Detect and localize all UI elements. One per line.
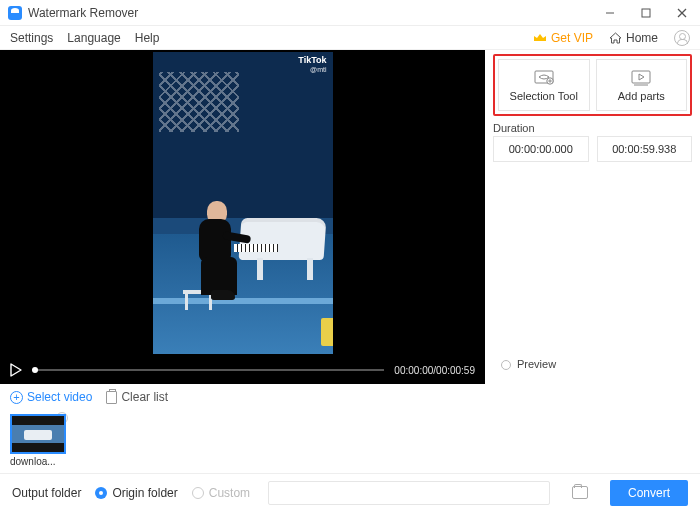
menu-help[interactable]: Help	[135, 31, 160, 45]
select-video-label: Select video	[27, 390, 92, 404]
side-panel: Selection Tool Add parts Duration 00:00:…	[485, 50, 700, 384]
select-video-button[interactable]: + Select video	[10, 390, 92, 404]
titlebar: Watermark Remover	[0, 0, 700, 26]
menu-language[interactable]: Language	[67, 31, 120, 45]
duration-end-field[interactable]: 00:00:59.938	[597, 136, 693, 162]
add-parts-label: Add parts	[618, 90, 665, 102]
duration-start-field[interactable]: 00:00:00.000	[493, 136, 589, 162]
selection-tool-label: Selection Tool	[510, 90, 578, 102]
video-pane: TikTok @mti 00:00:00/00:00:59	[0, 50, 485, 384]
footer-bar: Output folder Origin folder Custom Conve…	[0, 473, 700, 511]
add-parts-icon	[630, 69, 652, 87]
file-actions-row: + Select video Clear list	[0, 384, 700, 410]
plus-circle-icon: +	[10, 391, 23, 404]
custom-folder-label: Custom	[209, 486, 250, 500]
browse-folder-button[interactable]	[572, 486, 588, 499]
profile-icon[interactable]	[674, 30, 690, 46]
duration-row: 00:00:00.000 00:00:59.938	[493, 136, 692, 162]
menu-settings[interactable]: Settings	[10, 31, 53, 45]
video-thumbnail[interactable]: × downloa...	[10, 414, 66, 476]
preview-label: Preview	[517, 358, 556, 370]
origin-folder-option[interactable]: Origin folder	[95, 486, 177, 500]
video-stage[interactable]: TikTok @mti	[0, 50, 485, 356]
preview-radio-icon	[501, 360, 511, 370]
radio-checked-icon	[95, 487, 107, 499]
thumbnail-filename: downloa...	[10, 456, 66, 467]
output-path-field[interactable]	[268, 481, 550, 505]
crown-icon	[533, 33, 547, 43]
minimize-button[interactable]	[592, 0, 628, 26]
selection-tool-button[interactable]: Selection Tool	[498, 59, 590, 111]
custom-folder-option[interactable]: Custom	[192, 486, 250, 500]
maximize-button[interactable]	[628, 0, 664, 26]
player-bar: 00:00:00/00:00:59	[0, 356, 485, 384]
convert-label: Convert	[628, 486, 670, 500]
get-vip-label: Get VIP	[551, 31, 593, 45]
svg-rect-1	[642, 9, 650, 17]
home-label: Home	[626, 31, 658, 45]
trash-icon	[106, 391, 117, 404]
menubar: Settings Language Help Get VIP Home	[0, 26, 700, 50]
main-area: TikTok @mti 00:00:00/00:00:59	[0, 50, 700, 384]
convert-button[interactable]: Convert	[610, 480, 688, 506]
duration-label: Duration	[493, 122, 692, 134]
radio-unchecked-icon	[192, 487, 204, 499]
timeline-scrubber[interactable]	[32, 369, 384, 371]
watermark-user: @mti	[298, 66, 326, 74]
home-button[interactable]: Home	[609, 31, 658, 45]
app-title: Watermark Remover	[28, 6, 138, 20]
thumbnail-image	[10, 414, 66, 454]
watermark-brand: TikTok	[298, 56, 326, 66]
clear-list-button[interactable]: Clear list	[106, 390, 168, 404]
window-controls	[592, 0, 700, 26]
clear-list-label: Clear list	[121, 390, 168, 404]
preview-option[interactable]: Preview	[493, 348, 692, 376]
origin-folder-label: Origin folder	[112, 486, 177, 500]
selection-tool-icon	[533, 69, 555, 87]
get-vip-button[interactable]: Get VIP	[533, 31, 593, 45]
thumbnail-row: × downloa...	[0, 410, 700, 480]
add-parts-button[interactable]: Add parts	[596, 59, 688, 111]
output-folder-label: Output folder	[12, 486, 81, 500]
app-icon	[8, 6, 22, 20]
tool-row-highlight: Selection Tool Add parts	[493, 54, 692, 116]
play-button[interactable]	[10, 363, 22, 377]
video-content: TikTok @mti	[153, 52, 333, 354]
tiktok-watermark: TikTok @mti	[298, 56, 326, 74]
svg-rect-8	[632, 71, 650, 83]
close-button[interactable]	[664, 0, 700, 26]
time-display: 00:00:00/00:00:59	[394, 365, 475, 376]
home-icon	[609, 32, 622, 44]
